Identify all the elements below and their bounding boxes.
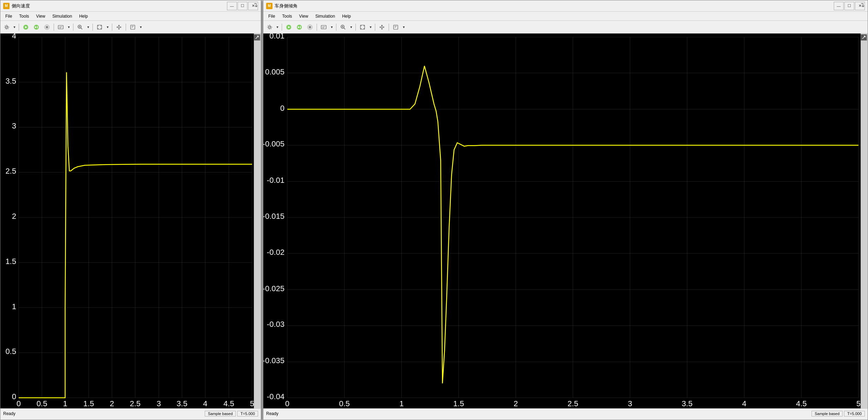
menu-file-2[interactable]: File xyxy=(265,13,279,20)
maximize-button-2[interactable]: ☐ xyxy=(844,2,854,10)
svg-text:3.5: 3.5 xyxy=(176,399,187,408)
config-dropdown-2[interactable]: ▼ xyxy=(329,22,334,32)
title-bar-1: M 侧向速度 — ☐ ✕ xyxy=(0,0,261,12)
plot-area-1: 4 3.5 3 2.5 2 1.5 1 0.5 0 0 0.5 1 1.5 2 … xyxy=(0,34,261,408)
settings-btn-1[interactable] xyxy=(2,22,12,32)
settings-btn-2[interactable] xyxy=(265,22,275,32)
svg-text:4: 4 xyxy=(12,34,16,40)
svg-text:-0.015: -0.015 xyxy=(263,212,285,221)
svg-text:4: 4 xyxy=(742,399,746,408)
svg-text:2: 2 xyxy=(12,212,16,221)
svg-rect-64 xyxy=(321,25,326,29)
status-bar-1: Ready Sample based T=5.000 xyxy=(0,408,261,418)
edit-btn-1[interactable] xyxy=(128,22,138,32)
config-dropdown-1[interactable]: ▼ xyxy=(66,22,71,32)
run-btn-2[interactable] xyxy=(284,22,294,32)
svg-line-10 xyxy=(81,28,82,29)
zoom-dropdown-2[interactable]: ▼ xyxy=(349,22,354,32)
svg-text:2.5: 2.5 xyxy=(568,399,579,408)
menu-view-1[interactable]: View xyxy=(32,13,49,20)
zoom-btn-1[interactable] xyxy=(75,22,85,32)
svg-text:3: 3 xyxy=(628,399,632,408)
sep-2-6 xyxy=(389,24,389,31)
svg-text:2.5: 2.5 xyxy=(5,167,16,175)
sep-6 xyxy=(126,24,126,31)
window-title-2: 车身侧倾角 xyxy=(275,3,834,9)
menu-help-2[interactable]: Help xyxy=(339,13,354,20)
fit-dropdown-2[interactable]: ▼ xyxy=(368,22,373,32)
zoom-dropdown-1[interactable]: ▼ xyxy=(86,22,91,32)
svg-text:-0.04: -0.04 xyxy=(267,392,285,401)
fit-btn-1[interactable] xyxy=(95,22,104,32)
fit-btn-2[interactable] xyxy=(358,22,367,32)
svg-text:-0.02: -0.02 xyxy=(267,248,285,257)
step-btn-1[interactable] xyxy=(31,22,41,32)
config-btn-1[interactable] xyxy=(56,22,66,32)
menu-tools-2[interactable]: Tools xyxy=(279,13,295,20)
svg-text:-0.035: -0.035 xyxy=(263,356,285,365)
minimize-button-2[interactable]: — xyxy=(834,2,844,10)
fit-dropdown-1[interactable]: ▼ xyxy=(105,22,110,32)
t-value-2: T=5.000 xyxy=(844,411,865,416)
sep-2-2 xyxy=(317,24,317,31)
window-roll-angle: M 车身侧倾角 — ☐ ✕ File Tools View Simulation… xyxy=(263,0,868,420)
settings-dropdown-2[interactable]: ▼ xyxy=(275,22,280,32)
svg-text:1.5: 1.5 xyxy=(5,257,16,266)
menu-simulation-1[interactable]: Simulation xyxy=(49,13,76,20)
svg-text:3: 3 xyxy=(12,121,16,130)
arrow-icon-1: ↴ xyxy=(253,1,258,9)
svg-text:0.01: 0.01 xyxy=(269,34,285,40)
status-right-2: Sample based T=5.000 xyxy=(812,411,865,416)
sep-2-3 xyxy=(336,24,336,31)
svg-text:3: 3 xyxy=(157,399,161,408)
menu-tools-1[interactable]: Tools xyxy=(16,13,32,20)
window-title-1: 侧向速度 xyxy=(12,3,227,9)
svg-text:1: 1 xyxy=(63,399,67,408)
settings-dropdown-1[interactable]: ▼ xyxy=(12,22,17,32)
sample-based-1: Sample based xyxy=(205,411,236,416)
status-text-1: Ready xyxy=(3,411,205,416)
edit-dropdown-1[interactable]: ▼ xyxy=(138,22,143,32)
menu-simulation-2[interactable]: Simulation xyxy=(312,13,339,20)
svg-text:0.5: 0.5 xyxy=(5,347,16,356)
expand-btn-2[interactable] xyxy=(861,34,867,41)
menu-help-1[interactable]: Help xyxy=(76,13,91,20)
svg-text:-0.03: -0.03 xyxy=(267,320,285,329)
svg-rect-8 xyxy=(58,25,63,29)
menu-bar-1: File Tools View Simulation Help ↴ xyxy=(0,12,261,21)
pan-btn-1[interactable] xyxy=(114,22,124,32)
minimize-button-1[interactable]: — xyxy=(227,2,237,10)
config-btn-2[interactable] xyxy=(319,22,329,32)
svg-text:0.5: 0.5 xyxy=(36,399,47,408)
svg-point-56 xyxy=(269,26,271,28)
menu-file-1[interactable]: File xyxy=(2,13,16,20)
svg-text:4.5: 4.5 xyxy=(796,399,807,408)
edit-btn-2[interactable] xyxy=(391,22,401,32)
step-btn-2[interactable] xyxy=(294,22,304,32)
menu-bar-2: File Tools View Simulation Help ↴ xyxy=(263,12,868,21)
stop-btn-1[interactable] xyxy=(42,22,52,32)
svg-text:0.005: 0.005 xyxy=(265,67,285,76)
svg-text:1.5: 1.5 xyxy=(453,399,464,408)
svg-text:-0.005: -0.005 xyxy=(263,139,285,148)
app-icon-1: M xyxy=(3,3,10,9)
window-lateral-velocity: M 侧向速度 — ☐ ✕ File Tools View Simulation … xyxy=(0,0,261,420)
svg-text:4: 4 xyxy=(203,399,207,408)
svg-text:2: 2 xyxy=(514,399,518,408)
side-panel-1: ▲ xyxy=(254,34,261,408)
status-bar-2: Ready Sample based T=5.000 xyxy=(263,408,868,418)
run-btn-1[interactable] xyxy=(21,22,31,32)
zoom-btn-2[interactable] xyxy=(338,22,348,32)
edit-dropdown-2[interactable]: ▼ xyxy=(401,22,406,32)
svg-text:5: 5 xyxy=(856,399,861,408)
expand-btn-1[interactable] xyxy=(254,34,260,41)
menu-view-2[interactable]: View xyxy=(295,13,312,20)
maximize-button-1[interactable]: ☐ xyxy=(238,2,247,10)
svg-text:-0.01: -0.01 xyxy=(267,176,285,185)
stop-btn-2[interactable] xyxy=(305,22,315,32)
sep-2-5 xyxy=(375,24,375,31)
pan-btn-2[interactable] xyxy=(377,22,387,32)
status-text-2: Ready xyxy=(266,411,812,416)
svg-text:0: 0 xyxy=(12,392,16,401)
side-panel-2: ▲ xyxy=(861,34,868,408)
